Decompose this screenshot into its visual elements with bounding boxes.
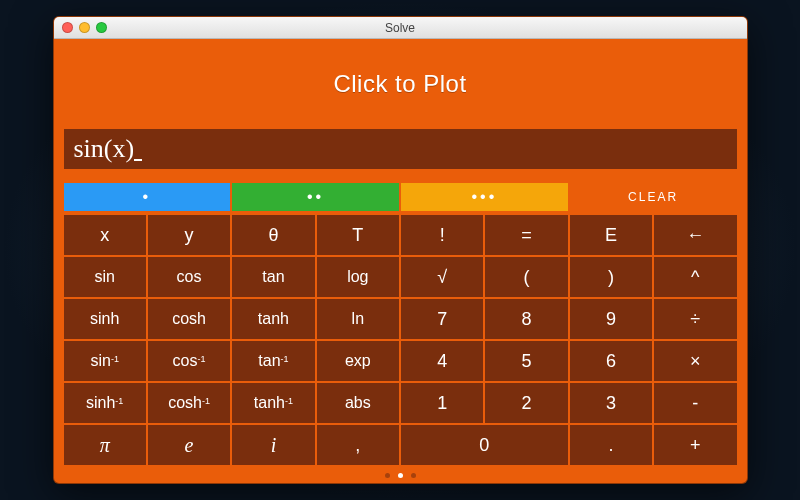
key-7[interactable]: 7 bbox=[401, 299, 483, 339]
key-y[interactable]: y bbox=[148, 215, 230, 255]
key-sinh[interactable]: sinh bbox=[64, 299, 146, 339]
app-window: Solve Click to Plot sin(x) • •• ••• CLEA… bbox=[53, 16, 748, 484]
key-power[interactable]: ^ bbox=[654, 257, 736, 297]
page-dot-0[interactable] bbox=[385, 473, 390, 478]
key-asin[interactable]: sin-1 bbox=[64, 341, 146, 381]
key-log[interactable]: log bbox=[317, 257, 399, 297]
key-5[interactable]: 5 bbox=[485, 341, 567, 381]
window-title: Solve bbox=[54, 21, 747, 35]
clear-button[interactable]: CLEAR bbox=[570, 183, 737, 211]
key-e[interactable]: e bbox=[148, 425, 230, 465]
page-dot-1[interactable] bbox=[398, 473, 403, 478]
key-decimal[interactable]: . bbox=[570, 425, 652, 465]
key-x[interactable]: x bbox=[64, 215, 146, 255]
group-row: • •• ••• CLEAR bbox=[64, 183, 737, 211]
key-sin[interactable]: sin bbox=[64, 257, 146, 297]
titlebar: Solve bbox=[54, 17, 747, 39]
key-4[interactable]: 4 bbox=[401, 341, 483, 381]
key-factorial[interactable]: ! bbox=[401, 215, 483, 255]
key-acos[interactable]: cos-1 bbox=[148, 341, 230, 381]
cursor-icon bbox=[134, 159, 142, 161]
key-asinh[interactable]: sinh-1 bbox=[64, 383, 146, 423]
key-divide[interactable]: ÷ bbox=[654, 299, 736, 339]
page-dot-2[interactable] bbox=[411, 473, 416, 478]
key-multiply[interactable]: × bbox=[654, 341, 736, 381]
plot-label: Click to Plot bbox=[333, 70, 466, 98]
key-acosh[interactable]: cosh-1 bbox=[148, 383, 230, 423]
key-exp[interactable]: exp bbox=[317, 341, 399, 381]
plot-button[interactable]: Click to Plot bbox=[54, 39, 747, 129]
key-plus[interactable]: + bbox=[654, 425, 736, 465]
keypad: x y θ T ! = E ← sin cos tan log √ ( ) ^ … bbox=[64, 215, 737, 465]
key-0[interactable]: 0 bbox=[401, 425, 568, 465]
key-pi[interactable]: π bbox=[64, 425, 146, 465]
expression-text: sin(x) bbox=[74, 134, 143, 164]
group-tab-1[interactable]: • bbox=[64, 183, 231, 211]
group-tab-3[interactable]: ••• bbox=[401, 183, 568, 211]
key-cosh[interactable]: cosh bbox=[148, 299, 230, 339]
key-8[interactable]: 8 bbox=[485, 299, 567, 339]
key-9[interactable]: 9 bbox=[570, 299, 652, 339]
key-cos[interactable]: cos bbox=[148, 257, 230, 297]
key-backspace[interactable]: ← bbox=[654, 215, 736, 255]
key-theta[interactable]: θ bbox=[232, 215, 314, 255]
key-i[interactable]: i bbox=[232, 425, 314, 465]
key-abs[interactable]: abs bbox=[317, 383, 399, 423]
key-tanh[interactable]: tanh bbox=[232, 299, 314, 339]
key-E[interactable]: E bbox=[570, 215, 652, 255]
key-lparen[interactable]: ( bbox=[485, 257, 567, 297]
key-atan[interactable]: tan-1 bbox=[232, 341, 314, 381]
key-2[interactable]: 2 bbox=[485, 383, 567, 423]
key-ln[interactable]: ln bbox=[317, 299, 399, 339]
key-1[interactable]: 1 bbox=[401, 383, 483, 423]
page-indicator bbox=[54, 467, 747, 483]
expression-value: sin(x) bbox=[74, 134, 135, 163]
key-minus[interactable]: - bbox=[654, 383, 736, 423]
expression-input[interactable]: sin(x) bbox=[64, 129, 737, 169]
key-comma[interactable]: , bbox=[317, 425, 399, 465]
key-tan[interactable]: tan bbox=[232, 257, 314, 297]
key-sqrt[interactable]: √ bbox=[401, 257, 483, 297]
key-6[interactable]: 6 bbox=[570, 341, 652, 381]
group-tab-2[interactable]: •• bbox=[232, 183, 399, 211]
key-T[interactable]: T bbox=[317, 215, 399, 255]
key-equals[interactable]: = bbox=[485, 215, 567, 255]
key-atanh[interactable]: tanh-1 bbox=[232, 383, 314, 423]
key-3[interactable]: 3 bbox=[570, 383, 652, 423]
key-rparen[interactable]: ) bbox=[570, 257, 652, 297]
